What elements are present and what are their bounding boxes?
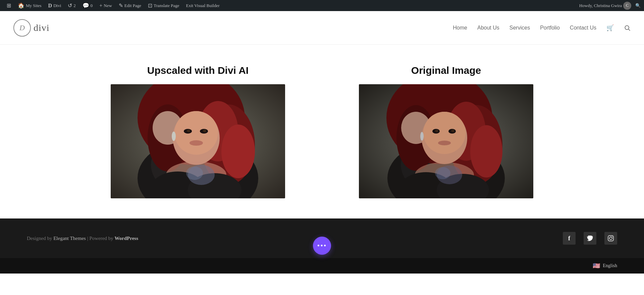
svg-point-25 [186, 166, 203, 180]
comments-count: 0 [91, 3, 93, 8]
upscaled-image [111, 84, 285, 198]
wordpress-icon: ⊞ [7, 2, 11, 9]
comments-icon: 💬 [83, 2, 89, 9]
upscaled-portrait [111, 84, 285, 198]
howdy-text: Howdy, Christina Gwira [579, 3, 622, 8]
search-icon[interactable] [624, 24, 631, 32]
my-sites-icon: 🏠 [18, 2, 24, 9]
original-item: Original Image [335, 65, 557, 198]
svg-point-40 [451, 130, 454, 132]
admin-comments[interactable]: 💬 0 [79, 0, 96, 11]
language-bar: 🇺🇸 English [0, 258, 644, 274]
flag-icon: 🇺🇸 [593, 262, 600, 269]
fab-button[interactable]: ••• [313, 237, 331, 255]
svg-point-33 [470, 125, 502, 178]
admin-my-sites[interactable]: 🏠 My Sites [14, 0, 45, 11]
svg-point-12 [174, 111, 218, 155]
new-label: New [104, 3, 112, 8]
instagram-icon[interactable] [604, 232, 617, 245]
main-content: Upscaled with Divi AI [0, 45, 644, 218]
powered-by-text: | Powered by [86, 236, 115, 241]
original-image [359, 84, 533, 198]
svg-point-52 [612, 237, 613, 237]
nav-services[interactable]: Services [509, 25, 530, 31]
original-title: Original Image [411, 65, 481, 76]
nav-about[interactable]: About Us [477, 25, 499, 31]
svg-point-9 [221, 125, 255, 178]
my-sites-label: My Sites [26, 3, 42, 8]
svg-point-15 [187, 130, 190, 132]
updates-icon: ↺ [68, 2, 72, 9]
admin-exit-builder[interactable]: Exit Visual Builder [182, 0, 223, 11]
edit-icon: ✎ [119, 2, 123, 9]
original-portrait [359, 84, 533, 198]
edit-page-label: Edit Page [124, 3, 141, 8]
nav-contact[interactable]: Contact Us [570, 25, 596, 31]
svg-point-0 [625, 26, 629, 30]
logo-circle: D [13, 19, 31, 37]
upscaled-item: Upscaled with Divi AI [87, 65, 309, 198]
svg-point-18 [172, 132, 176, 141]
twitter-icon[interactable] [584, 232, 596, 245]
svg-point-39 [435, 130, 438, 132]
admin-updates[interactable]: ↺ 2 [64, 0, 79, 11]
admin-translate-page[interactable]: ⊡ Translate Page [145, 0, 182, 11]
admin-new[interactable]: + New [96, 0, 115, 11]
language-label: English [603, 263, 617, 268]
updates-count: 2 [73, 3, 76, 8]
svg-rect-50 [608, 236, 613, 241]
search-toggle[interactable]: 🔍 [635, 3, 641, 8]
new-icon: + [99, 3, 102, 9]
translate-page-label: Translate Page [154, 3, 179, 8]
designed-by-text: Designed by [27, 236, 53, 241]
avatar[interactable]: C [623, 2, 631, 10]
svg-point-36 [423, 112, 466, 154]
fab-label: ••• [317, 241, 327, 250]
site-header: D divi Home About Us Services Portfolio … [0, 11, 644, 45]
svg-line-1 [629, 29, 630, 31]
footer-credit: Designed by Elegant Themes | Powered by … [27, 236, 138, 241]
facebook-icon[interactable]: f [563, 232, 576, 245]
elegant-themes-link[interactable]: Elegant Themes [53, 236, 86, 241]
svg-point-51 [609, 237, 612, 240]
translate-icon: ⊡ [148, 2, 152, 9]
site-logo[interactable]: D divi [13, 19, 50, 37]
svg-point-42 [420, 132, 424, 141]
svg-point-16 [203, 130, 206, 132]
nav-home[interactable]: Home [453, 25, 467, 31]
svg-point-17 [190, 140, 203, 146]
cart-icon[interactable]: 🛒 [606, 24, 614, 32]
admin-bar-right: Howdy, Christina Gwira C 🔍 [579, 2, 641, 10]
svg-point-41 [438, 141, 451, 145]
wordpress-link[interactable]: WordPress [114, 236, 138, 241]
admin-edit-page[interactable]: ✎ Edit Page [115, 0, 145, 11]
divi-label: Divi [53, 3, 61, 8]
svg-point-49 [435, 167, 450, 179]
logo-letter: D [19, 23, 25, 32]
comparison-grid: Upscaled with Divi AI [87, 65, 557, 198]
footer-social: f [563, 232, 617, 245]
divi-icon: D [48, 3, 52, 9]
nav-portfolio[interactable]: Portfolio [540, 25, 560, 31]
admin-wp-logo[interactable]: ⊞ [3, 0, 14, 11]
exit-builder-label: Exit Visual Builder [186, 3, 219, 8]
admin-bar: ⊞ 🏠 My Sites D Divi ↺ 2 💬 0 + New ✎ Edit… [0, 0, 644, 11]
site-nav: Home About Us Services Portfolio Contact… [453, 24, 631, 32]
upscaled-title: Upscaled with Divi AI [147, 65, 249, 76]
admin-divi[interactable]: D Divi [45, 0, 65, 11]
logo-text: divi [34, 22, 50, 33]
